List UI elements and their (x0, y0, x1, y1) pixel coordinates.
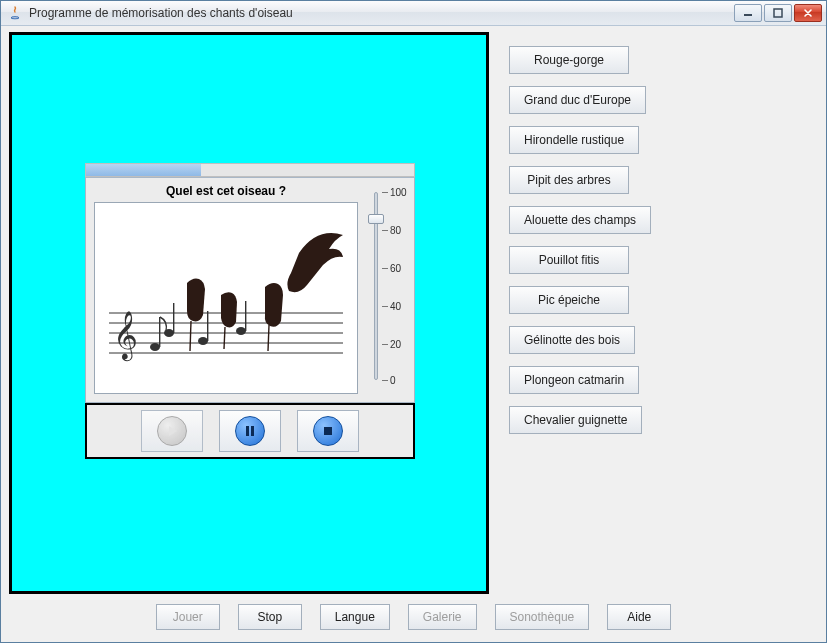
pause-button[interactable] (219, 410, 281, 452)
volume-slider-column: 100 80 60 40 20 0 (364, 184, 406, 394)
aide-button[interactable]: Aide (607, 604, 671, 630)
bird-option[interactable]: Gélinotte des bois (509, 326, 635, 354)
svg-rect-10 (159, 317, 160, 347)
bird-option[interactable]: Alouette des champs (509, 206, 651, 234)
window-controls (734, 4, 822, 22)
svg-rect-12 (173, 303, 174, 333)
svg-point-11 (164, 329, 174, 337)
client-area: Quel est cet oiseau ? (1, 26, 826, 642)
bottom-toolbar: Jouer Stop Langue Galerie Sonothèque Aid… (9, 594, 818, 632)
bird-option[interactable]: Hirondelle rustique (509, 126, 639, 154)
stop-icon (313, 416, 343, 446)
close-button[interactable] (794, 4, 822, 22)
svg-rect-1 (744, 14, 752, 16)
svg-text:𝄞: 𝄞 (113, 311, 138, 362)
progress-bar (85, 163, 415, 177)
svg-rect-18 (251, 426, 254, 436)
stop-button[interactable] (297, 410, 359, 452)
svg-rect-16 (245, 301, 246, 331)
svg-point-0 (11, 17, 19, 19)
minimize-button[interactable] (734, 4, 762, 22)
stage-panel: Quel est cet oiseau ? (9, 32, 489, 594)
progress-fill (86, 164, 201, 176)
bird-option[interactable]: Chevalier guignette (509, 406, 642, 434)
quiz-card: Quel est cet oiseau ? (85, 163, 415, 459)
langue-button[interactable]: Langue (320, 604, 390, 630)
bird-option[interactable]: Rouge-gorge (509, 46, 629, 74)
bird-option[interactable]: Pipit des arbres (509, 166, 629, 194)
bird-option[interactable]: Pic épeiche (509, 286, 629, 314)
bird-option[interactable]: Grand duc d'Europe (509, 86, 646, 114)
play-button[interactable] (141, 410, 203, 452)
maximize-button[interactable] (764, 4, 792, 22)
svg-rect-17 (246, 426, 249, 436)
pause-icon (235, 416, 265, 446)
content-row: Quel est cet oiseau ? (9, 32, 818, 594)
svg-rect-19 (324, 427, 332, 435)
volume-slider[interactable]: 100 80 60 40 20 0 (364, 186, 406, 386)
question-label: Quel est cet oiseau ? (94, 184, 358, 198)
svg-point-9 (150, 343, 160, 351)
galerie-button[interactable]: Galerie (408, 604, 477, 630)
window-title: Programme de mémorisation des chants d'o… (29, 6, 734, 20)
bird-option[interactable]: Plongeon catmarin (509, 366, 639, 394)
bird-image: 𝄞 (94, 202, 358, 394)
playback-controls (85, 403, 415, 459)
sonotheque-button[interactable]: Sonothèque (495, 604, 590, 630)
java-app-icon (7, 5, 23, 21)
play-icon (157, 416, 187, 446)
svg-rect-14 (207, 311, 208, 341)
bird-answer-panel: Rouge-gorge Grand duc d'Europe Hirondell… (499, 32, 818, 594)
app-window: Programme de mémorisation des chants d'o… (0, 0, 827, 643)
volume-thumb[interactable] (368, 214, 384, 224)
quiz-body: Quel est cet oiseau ? (85, 177, 415, 403)
stop-toolbar-button[interactable]: Stop (238, 604, 302, 630)
svg-rect-2 (774, 9, 782, 17)
birds-on-staff-illustration: 𝄞 (101, 213, 351, 383)
svg-point-15 (236, 327, 246, 335)
svg-point-13 (198, 337, 208, 345)
bird-option[interactable]: Pouillot fitis (509, 246, 629, 274)
image-column: Quel est cet oiseau ? (94, 184, 358, 394)
titlebar: Programme de mémorisation des chants d'o… (1, 1, 826, 26)
jouer-button[interactable]: Jouer (156, 604, 220, 630)
